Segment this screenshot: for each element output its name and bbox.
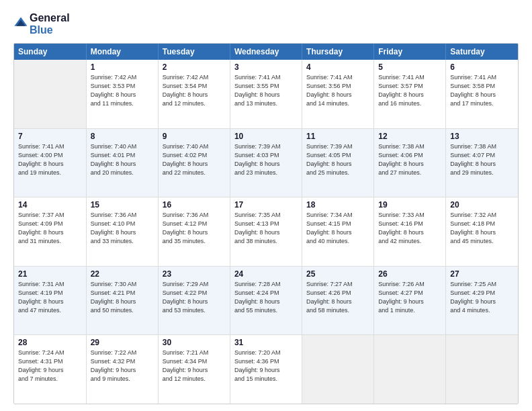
day-info: Sunrise: 7:20 AM Sunset: 4:36 PM Dayligh… bbox=[234, 349, 298, 383]
calendar-cell bbox=[446, 335, 518, 404]
day-info: Sunrise: 7:41 AM Sunset: 4:00 PM Dayligh… bbox=[18, 142, 82, 177]
calendar-cell: 7Sunrise: 7:41 AM Sunset: 4:00 PM Daylig… bbox=[14, 128, 86, 197]
day-info: Sunrise: 7:42 AM Sunset: 3:54 PM Dayligh… bbox=[163, 73, 226, 108]
calendar-cell: 11Sunrise: 7:39 AM Sunset: 4:05 PM Dayli… bbox=[302, 128, 374, 197]
day-info: Sunrise: 7:21 AM Sunset: 4:34 PM Dayligh… bbox=[163, 349, 226, 383]
weekday-header: Friday bbox=[374, 44, 446, 60]
day-info: Sunrise: 7:38 AM Sunset: 4:07 PM Dayligh… bbox=[450, 142, 514, 177]
calendar-cell: 8Sunrise: 7:40 AM Sunset: 4:01 PM Daylig… bbox=[86, 128, 158, 197]
calendar-cell: 9Sunrise: 7:40 AM Sunset: 4:02 PM Daylig… bbox=[158, 128, 230, 197]
day-info: Sunrise: 7:41 AM Sunset: 3:57 PM Dayligh… bbox=[378, 73, 441, 108]
logo-text: General Blue bbox=[30, 12, 70, 36]
day-number: 11 bbox=[306, 132, 369, 141]
day-number: 6 bbox=[450, 62, 514, 72]
calendar-cell: 12Sunrise: 7:38 AM Sunset: 4:06 PM Dayli… bbox=[374, 128, 446, 197]
day-number: 14 bbox=[18, 200, 82, 210]
calendar-header: SundayMondayTuesdayWednesdayThursdayFrid… bbox=[14, 44, 518, 60]
calendar-cell: 14Sunrise: 7:37 AM Sunset: 4:09 PM Dayli… bbox=[14, 197, 86, 266]
day-number: 19 bbox=[378, 200, 441, 210]
day-info: Sunrise: 7:41 AM Sunset: 3:55 PM Dayligh… bbox=[234, 73, 298, 108]
day-info: Sunrise: 7:33 AM Sunset: 4:16 PM Dayligh… bbox=[378, 211, 441, 246]
calendar-cell: 17Sunrise: 7:35 AM Sunset: 4:13 PM Dayli… bbox=[230, 197, 302, 266]
day-number: 4 bbox=[306, 62, 369, 72]
day-number: 3 bbox=[234, 62, 298, 72]
day-number: 8 bbox=[91, 132, 154, 141]
day-info: Sunrise: 7:22 AM Sunset: 4:32 PM Dayligh… bbox=[91, 349, 154, 383]
day-info: Sunrise: 7:40 AM Sunset: 4:02 PM Dayligh… bbox=[163, 142, 226, 177]
weekday-header: Tuesday bbox=[158, 44, 230, 60]
day-info: Sunrise: 7:40 AM Sunset: 4:01 PM Dayligh… bbox=[91, 142, 154, 177]
calendar-cell: 16Sunrise: 7:36 AM Sunset: 4:12 PM Dayli… bbox=[158, 197, 230, 266]
day-number: 22 bbox=[91, 269, 154, 279]
calendar-body: 1Sunrise: 7:42 AM Sunset: 3:53 PM Daylig… bbox=[14, 60, 518, 404]
weekday-header: Monday bbox=[86, 44, 158, 60]
day-number: 15 bbox=[91, 200, 154, 210]
day-info: Sunrise: 7:39 AM Sunset: 4:03 PM Dayligh… bbox=[234, 142, 298, 177]
day-number: 31 bbox=[234, 338, 298, 347]
calendar-cell bbox=[374, 335, 446, 404]
calendar-cell: 10Sunrise: 7:39 AM Sunset: 4:03 PM Dayli… bbox=[230, 128, 302, 197]
day-number: 2 bbox=[163, 62, 226, 72]
calendar-week-row: 14Sunrise: 7:37 AM Sunset: 4:09 PM Dayli… bbox=[14, 197, 518, 266]
calendar-cell: 28Sunrise: 7:24 AM Sunset: 4:31 PM Dayli… bbox=[14, 335, 86, 404]
day-number: 12 bbox=[378, 132, 441, 141]
day-info: Sunrise: 7:30 AM Sunset: 4:21 PM Dayligh… bbox=[91, 280, 154, 315]
day-number: 7 bbox=[18, 132, 82, 141]
weekday-header: Thursday bbox=[302, 44, 374, 60]
day-info: Sunrise: 7:41 AM Sunset: 3:56 PM Dayligh… bbox=[306, 73, 369, 108]
day-info: Sunrise: 7:29 AM Sunset: 4:22 PM Dayligh… bbox=[163, 280, 226, 315]
calendar-cell: 6Sunrise: 7:41 AM Sunset: 3:58 PM Daylig… bbox=[446, 60, 518, 128]
calendar-cell: 13Sunrise: 7:38 AM Sunset: 4:07 PM Dayli… bbox=[446, 128, 518, 197]
day-number: 23 bbox=[163, 269, 226, 279]
day-number: 27 bbox=[450, 269, 514, 279]
day-info: Sunrise: 7:26 AM Sunset: 4:27 PM Dayligh… bbox=[378, 280, 441, 315]
calendar-cell: 23Sunrise: 7:29 AM Sunset: 4:22 PM Dayli… bbox=[158, 266, 230, 334]
weekday-row: SundayMondayTuesdayWednesdayThursdayFrid… bbox=[14, 44, 518, 60]
calendar-week-row: 28Sunrise: 7:24 AM Sunset: 4:31 PM Dayli… bbox=[14, 335, 518, 404]
day-info: Sunrise: 7:28 AM Sunset: 4:24 PM Dayligh… bbox=[234, 280, 298, 315]
weekday-header: Saturday bbox=[446, 44, 518, 60]
calendar-cell bbox=[302, 335, 374, 404]
calendar-week-row: 21Sunrise: 7:31 AM Sunset: 4:19 PM Dayli… bbox=[14, 266, 518, 334]
day-info: Sunrise: 7:25 AM Sunset: 4:29 PM Dayligh… bbox=[450, 280, 514, 315]
calendar-cell: 26Sunrise: 7:26 AM Sunset: 4:27 PM Dayli… bbox=[374, 266, 446, 334]
calendar-week-row: 1Sunrise: 7:42 AM Sunset: 3:53 PM Daylig… bbox=[14, 60, 518, 128]
page: General Blue SundayMondayTuesdayWednesda… bbox=[0, 0, 532, 411]
logo: General Blue bbox=[13, 12, 70, 36]
day-info: Sunrise: 7:37 AM Sunset: 4:09 PM Dayligh… bbox=[18, 211, 82, 246]
calendar-cell: 25Sunrise: 7:27 AM Sunset: 4:26 PM Dayli… bbox=[302, 266, 374, 334]
day-info: Sunrise: 7:31 AM Sunset: 4:19 PM Dayligh… bbox=[18, 280, 82, 315]
day-number: 20 bbox=[450, 200, 514, 210]
day-info: Sunrise: 7:27 AM Sunset: 4:26 PM Dayligh… bbox=[306, 280, 369, 315]
calendar-week-row: 7Sunrise: 7:41 AM Sunset: 4:00 PM Daylig… bbox=[14, 128, 518, 197]
day-number: 13 bbox=[450, 132, 514, 141]
day-info: Sunrise: 7:36 AM Sunset: 4:10 PM Dayligh… bbox=[91, 211, 154, 246]
day-info: Sunrise: 7:39 AM Sunset: 4:05 PM Dayligh… bbox=[306, 142, 369, 177]
day-info: Sunrise: 7:32 AM Sunset: 4:18 PM Dayligh… bbox=[450, 211, 514, 246]
calendar-cell: 5Sunrise: 7:41 AM Sunset: 3:57 PM Daylig… bbox=[374, 60, 446, 128]
weekday-header: Sunday bbox=[14, 44, 86, 60]
day-number: 16 bbox=[163, 200, 226, 210]
calendar-cell: 15Sunrise: 7:36 AM Sunset: 4:10 PM Dayli… bbox=[86, 197, 158, 266]
logo-icon bbox=[13, 16, 28, 31]
day-info: Sunrise: 7:42 AM Sunset: 3:53 PM Dayligh… bbox=[91, 73, 154, 108]
day-number: 10 bbox=[234, 132, 298, 141]
day-number: 28 bbox=[18, 338, 82, 347]
calendar-cell: 19Sunrise: 7:33 AM Sunset: 4:16 PM Dayli… bbox=[374, 197, 446, 266]
day-info: Sunrise: 7:34 AM Sunset: 4:15 PM Dayligh… bbox=[306, 211, 369, 246]
calendar-cell: 21Sunrise: 7:31 AM Sunset: 4:19 PM Dayli… bbox=[14, 266, 86, 334]
day-info: Sunrise: 7:38 AM Sunset: 4:06 PM Dayligh… bbox=[378, 142, 441, 177]
calendar-cell bbox=[14, 60, 86, 128]
day-info: Sunrise: 7:41 AM Sunset: 3:58 PM Dayligh… bbox=[450, 73, 514, 108]
header: General Blue bbox=[13, 12, 519, 36]
day-number: 21 bbox=[18, 269, 82, 279]
day-info: Sunrise: 7:35 AM Sunset: 4:13 PM Dayligh… bbox=[234, 211, 298, 246]
weekday-header: Wednesday bbox=[230, 44, 302, 60]
day-number: 9 bbox=[163, 132, 226, 141]
calendar-cell: 4Sunrise: 7:41 AM Sunset: 3:56 PM Daylig… bbox=[302, 60, 374, 128]
day-info: Sunrise: 7:36 AM Sunset: 4:12 PM Dayligh… bbox=[163, 211, 226, 246]
calendar-cell: 29Sunrise: 7:22 AM Sunset: 4:32 PM Dayli… bbox=[86, 335, 158, 404]
day-number: 26 bbox=[378, 269, 441, 279]
calendar-cell: 30Sunrise: 7:21 AM Sunset: 4:34 PM Dayli… bbox=[158, 335, 230, 404]
day-number: 30 bbox=[163, 338, 226, 347]
